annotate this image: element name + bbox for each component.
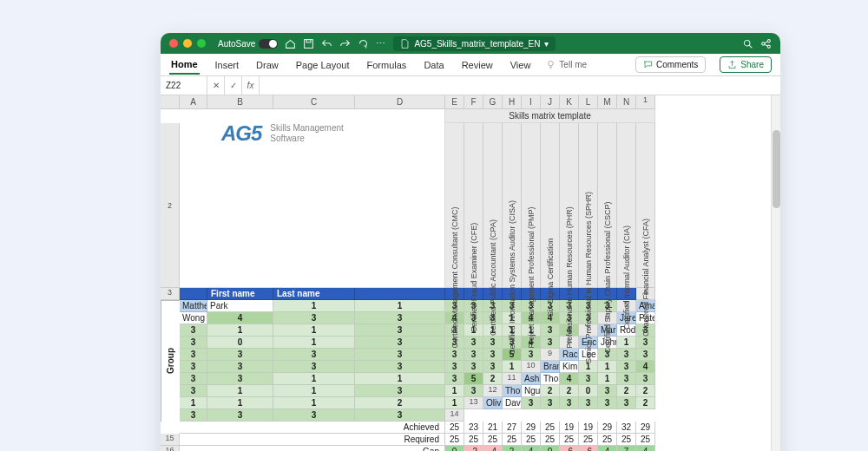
score-cell[interactable]: 3 (355, 324, 445, 337)
score-cell[interactable]: 1 (617, 337, 636, 349)
score-cell[interactable]: 3 (355, 312, 445, 324)
score-cell[interactable]: 1 (273, 373, 355, 385)
summary-cell[interactable]: 2 (503, 446, 522, 451)
score-cell[interactable]: 0 (579, 385, 598, 397)
score-cell[interactable]: 3 (273, 361, 355, 373)
score-cell[interactable]: 3 (636, 373, 655, 385)
file-tab[interactable]: AG5_Skills_matrix_template_EN ▾ (393, 36, 556, 51)
score-cell[interactable]: 3 (636, 337, 655, 349)
summary-cell[interactable]: 25 (541, 434, 560, 446)
tab-data[interactable]: Data (422, 56, 445, 74)
score-cell[interactable]: 3 (483, 361, 503, 373)
row-header[interactable]: 11 (503, 373, 522, 385)
summary-cell[interactable]: 7 (617, 446, 636, 451)
summary-cell[interactable]: 25 (541, 422, 560, 434)
score-cell[interactable]: 3 (273, 349, 355, 361)
score-cell[interactable]: 0 (207, 337, 273, 349)
score-cell[interactable]: 1 (273, 385, 355, 397)
share-link-icon[interactable] (760, 38, 772, 49)
col-header[interactable]: J (541, 95, 560, 109)
summary-cell[interactable]: 29 (598, 422, 617, 434)
summary-cell[interactable]: 25 (598, 434, 617, 446)
score-cell[interactable]: 3 (617, 397, 636, 409)
refresh-icon[interactable] (358, 38, 369, 49)
col-header[interactable] (161, 95, 180, 109)
summary-cell[interactable]: 25 (522, 434, 541, 446)
score-cell[interactable]: 3 (180, 337, 207, 349)
score-cell[interactable]: 2 (355, 397, 445, 409)
score-cell[interactable]: 3 (207, 409, 273, 422)
first-name-cell[interactable]: Matthew (180, 300, 207, 312)
score-cell[interactable]: 3 (598, 397, 617, 409)
summary-cell[interactable]: 4 (522, 446, 541, 451)
redo-icon[interactable] (339, 38, 351, 49)
summary-cell[interactable]: 25 (636, 434, 655, 446)
score-cell[interactable]: 1 (180, 397, 207, 409)
row-header[interactable]: 12 (483, 385, 503, 397)
save-icon[interactable] (303, 38, 314, 49)
score-cell[interactable]: 1 (445, 397, 464, 409)
summary-cell[interactable]: 0 (445, 446, 464, 451)
score-cell[interactable]: 3 (541, 337, 560, 349)
col-header[interactable]: L (579, 95, 598, 109)
score-cell[interactable]: 3 (464, 337, 483, 349)
summary-cell[interactable]: 19 (579, 422, 598, 434)
score-cell[interactable]: 2 (560, 385, 579, 397)
row-header[interactable]: 13 (464, 397, 483, 409)
summary-cell[interactable]: 4 (598, 446, 617, 451)
summary-cell[interactable]: 25 (483, 434, 503, 446)
score-cell[interactable]: 3 (445, 361, 464, 373)
name-box[interactable]: Z22 (161, 76, 207, 95)
summary-cell[interactable]: 25 (617, 434, 636, 446)
score-cell[interactable]: 1 (273, 397, 355, 409)
row-header[interactable]: 9 (541, 349, 560, 361)
undo-icon[interactable] (321, 38, 332, 49)
summary-cell[interactable]: 25 (579, 434, 598, 446)
score-cell[interactable]: 3 (579, 397, 598, 409)
comments-button[interactable]: Comments (635, 56, 706, 73)
first-name-cell[interactable]: Olivia (483, 397, 503, 409)
summary-cell[interactable]: 25 (503, 434, 522, 446)
score-cell[interactable]: 1 (355, 300, 445, 312)
confirm-formula-icon[interactable]: ✓ (225, 76, 242, 95)
col-header[interactable]: D (355, 95, 445, 109)
summary-cell[interactable]: 0 (541, 446, 560, 451)
summary-cell[interactable]: 4 (636, 446, 655, 451)
row-header[interactable]: 2 (161, 123, 180, 288)
score-cell[interactable]: 3 (207, 373, 273, 385)
score-cell[interactable]: 3 (464, 385, 483, 397)
score-cell[interactable]: 2 (636, 385, 655, 397)
score-cell[interactable]: 3 (464, 349, 483, 361)
summary-cell[interactable]: 32 (617, 422, 636, 434)
score-cell[interactable]: 3 (355, 385, 445, 397)
summary-cell[interactable]: -6 (560, 446, 579, 451)
score-cell[interactable]: 3 (180, 385, 207, 397)
score-cell[interactable]: 3 (445, 349, 464, 361)
share-button[interactable]: Share (720, 56, 772, 73)
score-cell[interactable]: 3 (617, 361, 636, 373)
scrollbar-thumb[interactable] (773, 130, 780, 208)
summary-cell[interactable]: -2 (464, 446, 483, 451)
score-cell[interactable]: 4 (207, 312, 273, 324)
tab-page-layout[interactable]: Page Layout (294, 56, 352, 74)
first-name-cell[interactable]: Ashley (522, 373, 541, 385)
tell-me[interactable]: Tell me (546, 60, 587, 69)
score-cell[interactable]: 3 (180, 373, 207, 385)
col-header[interactable]: B (207, 95, 273, 109)
search-icon[interactable] (742, 38, 753, 49)
toggle-icon[interactable] (259, 39, 278, 49)
summary-cell[interactable]: 23 (464, 422, 483, 434)
col-header[interactable]: M (598, 95, 617, 109)
score-cell[interactable]: 3 (355, 349, 445, 361)
score-cell[interactable]: 3 (636, 349, 655, 361)
score-cell[interactable]: 3 (355, 409, 445, 422)
col-header[interactable]: C (273, 95, 355, 109)
score-cell[interactable]: 1 (207, 324, 273, 337)
tab-review[interactable]: Review (460, 56, 495, 74)
score-cell[interactable]: 1 (207, 385, 273, 397)
summary-cell[interactable]: -6 (579, 446, 598, 451)
col-header[interactable]: G (483, 95, 503, 109)
score-cell[interactable]: 3 (207, 361, 273, 373)
score-cell[interactable]: 3 (180, 361, 207, 373)
score-cell[interactable]: 3 (464, 361, 483, 373)
